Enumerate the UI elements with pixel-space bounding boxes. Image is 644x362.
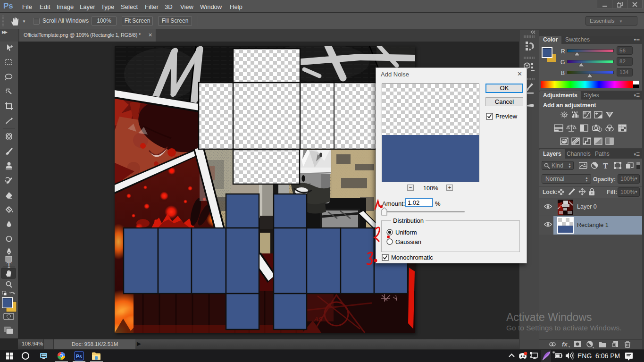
svg-text:Ps: Ps [76, 354, 82, 359]
svg-text:6:06 PM: 6:06 PM [595, 352, 620, 360]
svg-text:ENG: ENG [577, 352, 592, 360]
svg-text:fx: fx [562, 341, 568, 348]
svg-text:T: T [603, 162, 608, 169]
